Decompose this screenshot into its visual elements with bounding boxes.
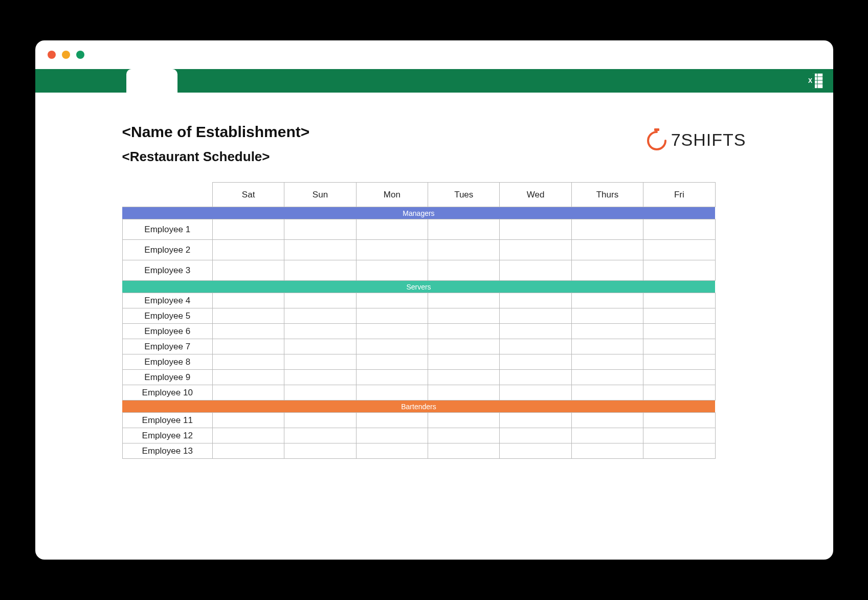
cell[interactable] [643,385,715,401]
cell[interactable] [356,308,428,324]
cell[interactable] [428,293,500,308]
cell[interactable] [500,370,571,385]
cell[interactable] [212,293,284,308]
cell[interactable] [500,354,571,370]
cell[interactable] [356,324,428,339]
cell[interactable] [356,428,428,443]
cell[interactable] [212,219,284,240]
cell[interactable] [643,308,715,324]
cell[interactable] [212,308,284,324]
cell[interactable] [356,219,428,240]
cell[interactable] [212,428,284,443]
cell[interactable] [212,385,284,401]
employee-name[interactable]: Employee 8 [122,354,212,370]
cell[interactable] [428,370,500,385]
cell[interactable] [500,443,571,459]
employee-name[interactable]: Employee 2 [122,240,212,260]
employee-name[interactable]: Employee 6 [122,324,212,339]
employee-name[interactable]: Employee 1 [122,219,212,240]
cell[interactable] [428,339,500,354]
cell[interactable] [284,428,356,443]
employee-name[interactable]: Employee 12 [122,428,212,443]
active-tab[interactable] [126,69,177,93]
cell[interactable] [212,370,284,385]
cell[interactable] [428,240,500,260]
cell[interactable] [284,339,356,354]
employee-name[interactable]: Employee 9 [122,370,212,385]
cell[interactable] [284,385,356,401]
cell[interactable] [428,443,500,459]
close-icon[interactable] [48,51,56,59]
page-title[interactable]: <Name of Establishment> [122,123,310,141]
cell[interactable] [212,339,284,354]
cell[interactable] [571,219,643,240]
cell[interactable] [284,324,356,339]
employee-name[interactable]: Employee 4 [122,293,212,308]
cell[interactable] [500,219,571,240]
cell[interactable] [356,413,428,428]
cell[interactable] [428,324,500,339]
cell[interactable] [428,413,500,428]
cell[interactable] [500,308,571,324]
cell[interactable] [284,308,356,324]
minimize-icon[interactable] [62,51,70,59]
cell[interactable] [356,385,428,401]
cell[interactable] [643,293,715,308]
cell[interactable] [571,339,643,354]
cell[interactable] [571,413,643,428]
cell[interactable] [284,443,356,459]
cell[interactable] [212,413,284,428]
cell[interactable] [212,324,284,339]
cell[interactable] [571,308,643,324]
cell[interactable] [356,240,428,260]
employee-name[interactable]: Employee 10 [122,385,212,401]
cell[interactable] [428,428,500,443]
cell[interactable] [284,240,356,260]
cell[interactable] [284,219,356,240]
cell[interactable] [643,260,715,281]
cell[interactable] [643,324,715,339]
cell[interactable] [284,260,356,281]
day-header[interactable]: Wed [500,183,571,207]
cell[interactable] [428,308,500,324]
cell[interactable] [428,219,500,240]
employee-name[interactable]: Employee 13 [122,443,212,459]
cell[interactable] [212,443,284,459]
cell[interactable] [571,293,643,308]
cell[interactable] [356,354,428,370]
cell[interactable] [284,293,356,308]
employee-name[interactable]: Employee 7 [122,339,212,354]
cell[interactable] [356,370,428,385]
day-header[interactable]: Fri [643,183,715,207]
cell[interactable] [643,413,715,428]
cell[interactable] [212,260,284,281]
cell[interactable] [643,354,715,370]
cell[interactable] [500,385,571,401]
cell[interactable] [571,385,643,401]
cell[interactable] [428,385,500,401]
cell[interactable] [643,240,715,260]
cell[interactable] [500,260,571,281]
cell[interactable] [500,413,571,428]
cell[interactable] [428,354,500,370]
cell[interactable] [643,339,715,354]
cell[interactable] [356,443,428,459]
cell[interactable] [571,260,643,281]
cell[interactable] [212,354,284,370]
employee-name[interactable]: Employee 11 [122,413,212,428]
cell[interactable] [284,354,356,370]
cell[interactable] [500,339,571,354]
employee-name[interactable]: Employee 5 [122,308,212,324]
cell[interactable] [571,428,643,443]
cell[interactable] [643,428,715,443]
day-header[interactable]: Sat [212,183,284,207]
cell[interactable] [643,443,715,459]
cell[interactable] [428,260,500,281]
cell[interactable] [643,219,715,240]
cell[interactable] [571,370,643,385]
day-header[interactable]: Tues [428,183,500,207]
employee-name[interactable]: Employee 3 [122,260,212,281]
page-subtitle[interactable]: <Restaurant Schedule> [122,149,310,165]
maximize-icon[interactable] [76,51,84,59]
cell[interactable] [356,339,428,354]
